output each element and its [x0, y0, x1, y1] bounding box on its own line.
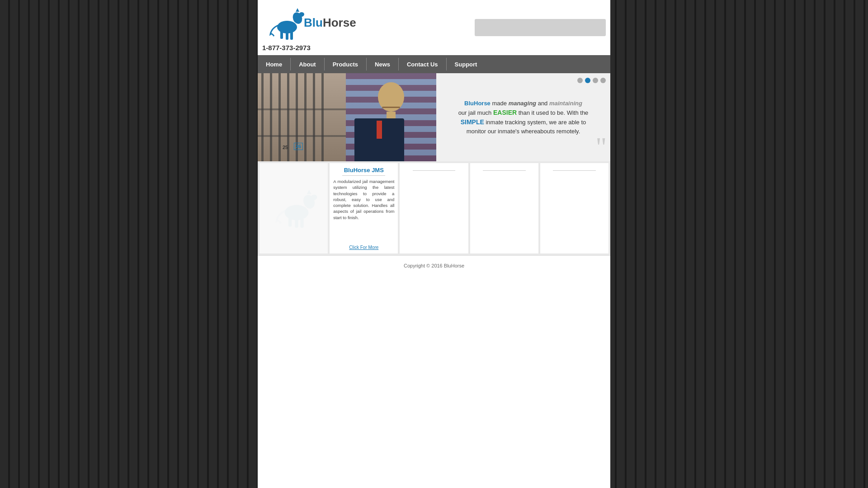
hero-and: and: [538, 100, 549, 107]
mouth: [382, 107, 400, 108]
close-quote-icon: ": [596, 136, 607, 158]
bar: [270, 73, 272, 161]
slider-dots: [577, 78, 606, 83]
slider-dot-2[interactable]: [585, 78, 590, 83]
logo-area: BluHorse 1-877-373-2973: [262, 4, 356, 52]
logo-text: BluHorse: [304, 16, 356, 29]
hero-inmate: inmate tracking system, we are able to: [486, 119, 586, 126]
hero-jail-cell-image: 25 26: [258, 73, 346, 161]
svg-rect-6: [280, 31, 283, 39]
hero-paragraph-1: BluHorse made managing and maintaining: [445, 99, 601, 108]
tie: [377, 121, 382, 139]
watermark-horse-svg: [267, 180, 321, 235]
card-logo: [259, 163, 328, 253]
hero-than: than it used to be. With the: [519, 109, 589, 116]
hero-our-jail: our jail much: [458, 109, 493, 116]
suit: [354, 118, 404, 161]
person-head: [378, 82, 404, 112]
nav-home[interactable]: Home: [258, 55, 290, 73]
person-silhouette: [366, 82, 416, 161]
page-wrapper: BluHorse 1-877-373-2973 Home About Produ…: [258, 0, 610, 488]
neck: [387, 112, 396, 118]
svg-rect-11: [300, 218, 303, 228]
slider-dot-1[interactable]: [577, 78, 583, 83]
bar: [261, 73, 264, 161]
svg-point-0: [277, 21, 297, 33]
card-3: [400, 163, 468, 253]
slider-dot-3[interactable]: [593, 78, 598, 83]
cell-number-26: 26: [294, 143, 303, 150]
nav-support[interactable]: Support: [447, 55, 486, 73]
svg-rect-13: [288, 217, 292, 227]
card-jms-text: A modularized jail management system uti…: [333, 178, 394, 242]
nav-products[interactable]: Products: [325, 55, 366, 73]
hero-maintaining: maintaining: [549, 100, 582, 107]
hero-made: made: [492, 100, 508, 107]
card-jms-divider: [342, 175, 385, 176]
cell-number-25: 25: [283, 145, 288, 150]
hero-person-photo: [346, 73, 436, 161]
nav-contact[interactable]: Contact Us: [399, 55, 446, 73]
svg-point-7: [284, 205, 308, 221]
svg-rect-5: [286, 32, 288, 40]
card-jms-title: BluHorse JMS: [344, 167, 384, 174]
bar: [304, 73, 307, 161]
hero-paragraph-3: SIMPLE inmate tracking system, we are ab…: [445, 117, 601, 127]
hero-easier: EASIER: [493, 109, 517, 116]
hero-paragraph-4: monitor our inmate's whereabouts remotel…: [445, 127, 601, 136]
card-logo-content: [267, 167, 321, 250]
slider-dot-4[interactable]: [600, 78, 606, 83]
svg-rect-4: [290, 32, 293, 40]
nav-news[interactable]: News: [367, 55, 398, 73]
logo: BluHorse: [262, 4, 356, 42]
hero-slider: 25 26: [258, 73, 610, 161]
logo-horse-icon: [262, 4, 307, 42]
svg-rect-12: [295, 218, 298, 228]
svg-marker-10: [307, 190, 311, 194]
hero-paragraph-2: our jail much EASIER than it used to be.…: [445, 108, 601, 117]
svg-marker-3: [296, 8, 299, 12]
bar: [313, 73, 315, 161]
footer: Copyright © 2016 BluHorse: [258, 255, 610, 275]
horizontal-bar: [258, 135, 346, 137]
card5-divider: [553, 170, 596, 171]
footer-copyright: Copyright © 2016 BluHorse: [404, 263, 464, 268]
phone-number: 1-877-373-2973: [262, 44, 311, 52]
hero-quote-text: " BluHorse made managing and maintaining…: [436, 73, 610, 161]
header: BluHorse 1-877-373-2973: [258, 0, 610, 55]
cards-section: BluHorse JMS A modularized jail manageme…: [258, 161, 610, 255]
horizontal-bar: [258, 108, 346, 110]
bar: [321, 73, 324, 161]
bar: [278, 73, 281, 161]
card-jms-link[interactable]: Click For More: [349, 245, 378, 250]
hero-managing: managing: [509, 100, 536, 107]
card-4: [470, 163, 538, 253]
header-right-area: [475, 19, 606, 36]
nav-about[interactable]: About: [291, 55, 324, 73]
card3-divider: [413, 170, 456, 171]
hero-simple: SIMPLE: [461, 118, 484, 126]
card-5: [540, 163, 609, 253]
horse-watermark-icon: [267, 180, 321, 236]
card-jms: BluHorse JMS A modularized jail manageme…: [330, 163, 398, 253]
logo-brand-name: BluHorse: [304, 16, 356, 29]
brand-name: BluHorse: [464, 100, 491, 107]
card4-divider: [483, 170, 526, 171]
nav-bar: Home About Products News Contact Us Supp…: [258, 55, 610, 73]
